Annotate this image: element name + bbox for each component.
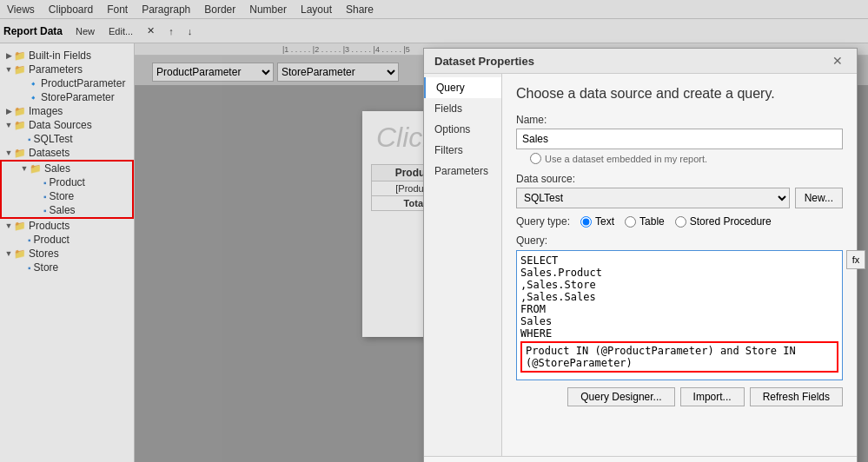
dialog-content: Choose a data source and create a query.… [502, 74, 857, 456]
query-box-container: SELECT Sales.Product ,Sales.Store ,Sales… [516, 250, 843, 380]
refresh-fields-button[interactable]: Refresh Fields [750, 387, 843, 406]
dialog-body: Query Fields Options Filters Parameters … [424, 74, 857, 456]
radio-text[interactable]: Text [580, 215, 614, 228]
datasource-label: Data source: [516, 173, 843, 185]
sidebar-item-fields[interactable]: Fields [424, 98, 501, 119]
dialog-title: Dataset Properties [434, 55, 534, 68]
query-designer-button[interactable]: Query Designer... [567, 387, 674, 406]
query-line-7: WHERE [520, 327, 838, 340]
query-line-2: Sales.Product [520, 267, 838, 279]
dialog-bottom-bar: Time out (in seconds): ▲ ▼ Help OK Cance… [424, 456, 857, 462]
query-where-line: Product IN (@ProductParameter) and Store… [526, 345, 796, 369]
import-button[interactable]: Import... [680, 387, 745, 406]
embedded-hint: Use a dataset embedded in my report. [530, 153, 843, 164]
query-line-4: ,Sales.Sales [520, 291, 838, 303]
dialog-close-button[interactable]: ✕ [829, 54, 846, 68]
fx-button[interactable]: fx [846, 250, 865, 269]
query-textarea-div[interactable]: SELECT Sales.Product ,Sales.Store ,Sales… [516, 250, 843, 380]
query-line-1: SELECT [520, 254, 838, 267]
new-datasource-button[interactable]: New... [795, 188, 843, 208]
query-where-box: Product IN (@ProductParameter) and Store… [520, 341, 838, 373]
embedded-radio[interactable] [530, 153, 541, 164]
query-label: Query: [516, 234, 843, 247]
sidebar-item-filters[interactable]: Filters [424, 140, 501, 161]
name-label: Name: [516, 114, 843, 126]
query-line-3: ,Sales.Store [520, 279, 838, 291]
dialog-title-bar: Dataset Properties ✕ [424, 49, 857, 74]
dialog-overlay: Dataset Properties ✕ Query Fields Option… [0, 0, 868, 462]
dialog-sidebar: Query Fields Options Filters Parameters [424, 74, 502, 456]
radio-stored-procedure[interactable]: Stored Procedure [675, 215, 772, 228]
datasource-row: SQLTest New... [516, 188, 843, 208]
dialog-heading: Choose a data source and create a query. [516, 86, 843, 102]
datasource-select[interactable]: SQLTest [516, 188, 790, 208]
query-line-5: FROM [520, 303, 838, 315]
query-type-group: Query type: Text Table Stored Procedure [516, 215, 843, 228]
query-action-buttons: Query Designer... Import... Refresh Fiel… [516, 387, 843, 406]
query-line-6: Sales [520, 315, 838, 327]
radio-table[interactable]: Table [625, 215, 665, 228]
name-input[interactable] [516, 129, 843, 149]
dataset-properties-dialog: Dataset Properties ✕ Query Fields Option… [423, 48, 858, 462]
sidebar-item-parameters[interactable]: Parameters [424, 161, 501, 182]
query-type-label: Query type: [516, 215, 570, 228]
sidebar-item-options[interactable]: Options [424, 119, 501, 140]
sidebar-item-query[interactable]: Query [424, 77, 501, 98]
